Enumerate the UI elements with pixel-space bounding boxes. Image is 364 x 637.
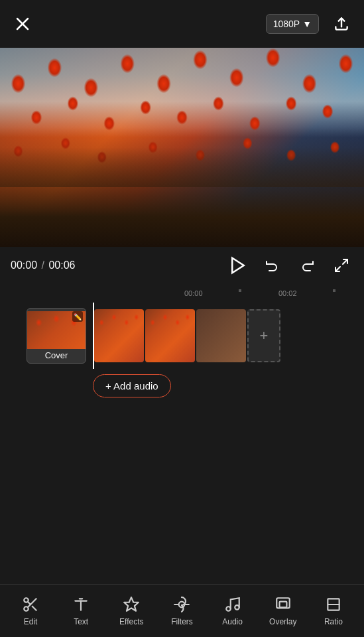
toolbar-label-ratio: Ratio [324,617,343,626]
quality-button[interactable]: 1080P ▼ [266,14,319,34]
svg-marker-3 [232,258,244,273]
header-right: 1080P ▼ [266,12,353,36]
timeline-ruler: 00:00 00:02 [0,284,364,303]
svg-point-17 [226,606,231,611]
clip-1-image [94,309,144,362]
cover-label: Cover [45,350,68,360]
toolbar-item-ratio[interactable]: Ratio [314,590,353,632]
cover-thumbnail[interactable]: ✏️ Cover [27,308,86,364]
play-button[interactable] [226,253,250,277]
video-preview [0,48,364,247]
text-icon [72,595,90,614]
svg-line-10 [32,606,36,610]
toolbar-label-edit: Edit [24,617,38,626]
redo-button[interactable] [295,253,319,277]
quality-arrow-icon: ▼ [302,19,312,29]
toolbar-item-effects[interactable]: Effects [111,590,151,632]
fullscreen-button[interactable] [330,253,353,277]
add-clip-button[interactable]: + [247,309,280,362]
video-clip-3[interactable] [196,309,246,362]
controls-bar: 00:00 / 00:06 [0,247,364,284]
playback-controls [226,253,353,277]
clip-3-image [196,309,246,362]
toolbar-label-filters: Filters [171,617,193,626]
bottom-toolbar: Edit Text Effects [0,584,364,637]
ruler-tick-2: 00:02 [278,289,297,297]
time-total: 00:06 [48,259,75,271]
filters-icon [172,595,191,614]
ratio-icon [324,595,343,614]
video-clip-1[interactable] [94,309,144,362]
timeline-area: 00:00 00:02 Mute [0,284,364,430]
time-separator: / [42,259,44,271]
ruler-dot-1 [239,289,241,292]
cover-thumbnail-wrapper: ✏️ Cover [27,308,86,364]
time-current: 00:00 [11,259,37,271]
video-clips-row: + [94,309,280,362]
playhead [93,303,94,369]
add-audio-button[interactable]: + Add audio [93,374,171,397]
add-audio-label: + Add audio [105,380,158,391]
toolbar-label-overlay: Overlay [269,617,296,626]
toolbar-item-filters[interactable]: Filters [162,590,202,632]
svg-line-5 [335,267,340,271]
add-audio-area: + Add audio [0,369,364,403]
audio-icon [223,595,242,614]
clip-1-lanterns [94,309,144,362]
track-right-panel: ✏️ Cover [93,303,364,369]
toolbar-item-text[interactable]: Text [61,590,101,632]
svg-marker-15 [125,597,139,611]
ruler-tick-0: 00:00 [184,289,203,297]
svg-rect-19 [276,598,290,608]
ruler-dot-2 [333,289,335,292]
header: 1080P ▼ [0,0,364,48]
toolbar-item-edit[interactable]: Edit [11,590,50,632]
street-layer [0,147,364,247]
timeline-tracks: Mute ✏️ Cover [0,303,364,369]
svg-line-11 [28,602,30,604]
video-frame [0,48,364,247]
toolbar-label-text: Text [74,617,88,626]
svg-rect-20 [279,602,286,608]
quality-label: 1080P [273,19,300,29]
close-button[interactable] [11,12,34,36]
undo-button[interactable] [261,253,284,277]
svg-line-4 [343,259,347,264]
toolbar-item-overlay[interactable]: Overlay [263,590,303,632]
time-display: 00:00 / 00:06 [11,259,75,271]
svg-point-18 [235,605,239,610]
scissors-icon [21,595,40,614]
overlay-icon [274,595,292,614]
effects-icon [122,595,141,614]
toolbar-item-audio[interactable]: Audio [213,590,253,632]
toolbar-label-effects: Effects [119,617,143,626]
toolbar-label-audio: Audio [222,617,243,626]
cover-edit-icon: ✏️ [72,311,83,322]
clip-2-lanterns [145,309,195,362]
video-clip-2[interactable] [145,309,195,362]
clip-2-image [145,309,195,362]
export-button[interactable] [330,12,353,36]
